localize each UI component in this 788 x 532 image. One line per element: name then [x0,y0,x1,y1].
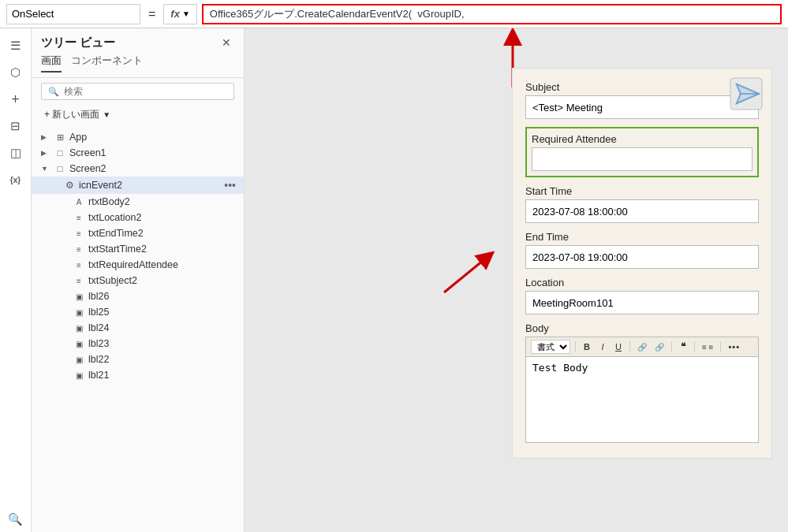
toolbar-separator [629,341,630,352]
tree-item-txtrequiredattendee[interactable]: ≡ txtRequiredAttendee [32,257,244,273]
toolbar-separator [671,341,672,352]
end-time-input[interactable] [525,245,759,269]
bold-button[interactable]: B [581,341,593,352]
item-label: lbl26 [88,291,237,302]
tree-content: ▶ ⊞ App ▶ □ Screen1 ▼ □ Screen2 ⚙ icnEve… [32,128,244,532]
event-select[interactable]: OnSelect [6,4,140,24]
variables-icon[interactable]: {x} [2,167,30,192]
search-icon[interactable]: 🔍 [2,507,30,532]
tree-item-screen1[interactable]: ▶ □ Screen1 [32,145,244,161]
item-label: lbl23 [88,338,237,349]
component-icon[interactable]: ◫ [2,140,30,166]
screen-icon: □ [54,164,66,173]
label-icon: ▣ [73,292,85,301]
tree-panel-header: ツリー ビュー ✕ [32,28,244,54]
location-field-group: Location [525,277,759,314]
formula-input[interactable] [202,4,782,24]
canvas-area: Subject Required Attendee Start Time End… [245,28,788,532]
expand-arrow: ▼ [41,165,50,173]
subject-label: Subject [525,81,759,93]
item-label: lbl22 [88,354,237,365]
tree-item-lbl25[interactable]: ▣ lbl25 [32,304,244,320]
item-label: rtxtBody2 [88,196,237,207]
search-icon: 🔍 [48,87,59,97]
link-button[interactable]: 🔗 [635,342,649,352]
expand-arrow: ▶ [41,133,50,141]
item-label: App [69,132,237,143]
screen-icon: □ [54,148,66,158]
tree-item-txtendtime2[interactable]: ≡ txtEndTime2 [32,225,244,241]
tree-item-lbl22[interactable]: ▣ lbl22 [32,352,244,367]
tree-item-lbl21[interactable]: ▣ lbl21 [32,367,244,383]
item-label: icnEvent2 [79,180,219,191]
item-label: txtStartTime2 [88,244,237,255]
tab-screens[interactable]: 画面 [41,54,62,73]
hamburger-icon[interactable]: ☰ [2,33,30,58]
location-label: Location [525,277,759,288]
layers-icon[interactable]: ⬡ [2,60,30,85]
tree-panel-close-button[interactable]: ✕ [218,35,234,50]
svg-line-3 [444,257,487,292]
textbox-icon: ≡ [73,261,85,270]
label-icon: ▣ [73,371,85,380]
send-icon [729,76,764,113]
tree-actions: + 新しい画面 ▼ [32,105,244,128]
required-attendee-field-group: Required Attendee [525,127,759,177]
tab-components[interactable]: コンポーネント [71,54,143,73]
more-options-icon[interactable]: ••• [222,179,237,192]
required-attendee-input[interactable] [532,147,753,171]
more-button[interactable]: ••• [726,341,742,352]
item-label: txtRequiredAttendee [88,259,237,270]
location-input[interactable] [525,291,759,314]
item-label: Screen1 [69,147,237,158]
textbox-icon: ≡ [73,214,85,222]
start-time-input[interactable] [525,199,759,223]
tree-item-lbl26[interactable]: ▣ lbl26 [32,288,244,304]
quote-button[interactable]: ❝ [677,340,689,353]
tree-item-rtxtbody2[interactable]: A rtxtBody2 [32,194,244,210]
fx-button[interactable]: fx ▼ [163,4,196,24]
format-select[interactable]: 書式 [531,340,570,354]
label-icon: ▣ [73,340,85,348]
new-screen-button[interactable]: + 新しい画面 ▼ [41,106,114,123]
item-label: txtEndTime2 [88,228,237,239]
fx-chevron: ▼ [182,9,190,18]
form-panel: Subject Required Attendee Start Time End… [512,68,772,459]
align-button[interactable]: ≡ ≡ [700,342,715,352]
label-icon: ▣ [73,308,85,317]
textbox-icon: ≡ [73,229,85,238]
item-label: Screen2 [69,163,237,174]
end-time-label: End Time [525,231,759,243]
tree-item-txtstarttime2[interactable]: ≡ txtStartTime2 [32,241,244,257]
label-icon: ▣ [73,355,85,364]
start-time-label: Start Time [525,185,759,197]
toolbar-separator [575,341,576,352]
tree-item-lbl24[interactable]: ▣ lbl24 [32,320,244,336]
item-label: txtSubject2 [88,275,237,286]
body-field-group: Body 書式 B I U 🔗 🔗 ❝ ≡ ≡ [525,322,759,445]
body-toolbar: 書式 B I U 🔗 🔗 ❝ ≡ ≡ ••• [525,337,759,356]
tree-item-icnevent2[interactable]: ⚙ icnEvent2 ••• [32,177,244,194]
body-textarea[interactable]: Test Body [525,356,759,443]
body-label: Body [525,322,759,334]
link2-button[interactable]: 🔗 [652,342,667,352]
equals-sign: = [145,7,159,21]
underline-button[interactable]: U [612,341,625,352]
formula-bar: OnSelect = fx ▼ [0,0,788,28]
database-icon[interactable]: ⊟ [2,113,30,139]
add-icon[interactable]: + [2,87,30,112]
search-input[interactable] [64,86,227,97]
tree-item-screen2[interactable]: ▼ □ Screen2 [32,161,244,177]
textbox-icon: ≡ [73,245,85,254]
item-label: lbl25 [88,307,237,318]
fx-label: fx [170,8,180,20]
main-layout: ☰ ⬡ + ⊟ ◫ {x} 🔍 ツリー ビュー ✕ 画面 コンポーネント 🔍 +… [0,28,788,532]
italic-button[interactable]: I [596,341,609,352]
tree-item-txtlocation2[interactable]: ≡ txtLocation2 [32,210,244,225]
tree-item-txtsubject2[interactable]: ≡ txtSubject2 [32,273,244,288]
tree-item-app[interactable]: ▶ ⊞ App [32,129,244,145]
subject-input[interactable] [525,95,759,119]
tree-panel-title: ツリー ビュー [41,35,115,50]
tree-item-lbl23[interactable]: ▣ lbl23 [32,336,244,352]
toolbar-separator [694,341,695,352]
